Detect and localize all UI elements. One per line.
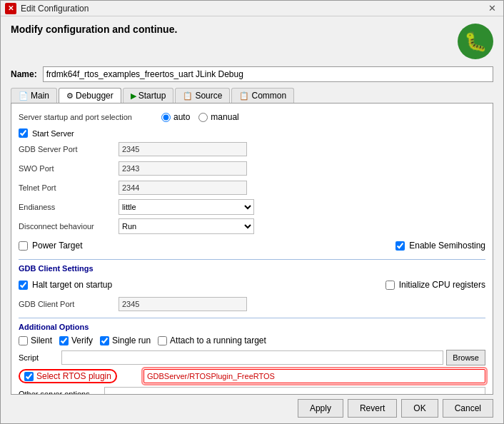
init-cpu-checkbox[interactable] [385,281,395,290]
common-tab-label: Common [251,91,286,101]
rtos-row: Select RTOS plugin [19,369,485,383]
rtos-label: Select RTOS plugin [36,371,111,381]
halt-target-label: Halt target on startup [32,280,112,290]
titlebar-left: ✕ Edit Configuration [5,3,89,14]
panel: Server startup and port selection auto m… [11,104,493,395]
rtos-input[interactable] [143,369,485,383]
disconnect-row: Disconnect behaviour Run Halt Reset [19,218,485,234]
gdb-client-port-label: GDB Client Port [19,300,119,308]
auto-radio[interactable] [161,113,171,122]
manual-radio-option[interactable]: manual [198,112,238,122]
rtos-checkbox-outline: Select RTOS plugin [19,369,117,383]
startup-radio-group: auto manual [161,112,239,122]
start-server-label: Start Server [32,129,74,138]
power-target-label: Power Target [32,241,82,251]
start-server-row: Start Server [19,128,485,138]
silent-checkbox[interactable] [19,336,28,345]
start-server-checkbox[interactable] [19,128,28,138]
revert-button[interactable]: Revert [348,399,397,418]
source-tab-label: Source [195,91,222,101]
gdb-server-port-input[interactable] [119,142,247,156]
tab-startup[interactable]: ▶ Startup [123,88,174,103]
tab-source[interactable]: 📋 Source [175,88,230,103]
auto-radio-option[interactable]: auto [161,112,190,122]
endianess-select[interactable]: little big [119,199,254,215]
rtos-checkbox[interactable] [24,372,34,381]
close-button[interactable]: ✕ [485,3,499,14]
additional-title: Additional Options [19,323,485,331]
common-tab-icon: 📋 [239,91,249,101]
name-input[interactable] [43,66,493,82]
other-server-input[interactable] [104,387,485,394]
edit-configuration-window: ✕ Edit Configuration ✕ Modify configurat… [0,0,504,424]
server-startup-row: Server startup and port selection auto m… [19,109,485,125]
panel-inner: Server startup and port selection auto m… [11,104,493,394]
server-startup-label: Server startup and port selection [19,113,161,121]
single-run-label: Single run [112,335,151,345]
main-tab-icon: 📄 [19,91,29,101]
swo-port-label: SWO Port [19,164,119,173]
endianess-row: Endianess little big [19,199,485,215]
tabs-container: 📄 Main ⚙ Debugger ▶ Startup 📋 Source 📋 C… [11,88,493,104]
single-run-checkbox[interactable] [100,336,109,345]
apply-button[interactable]: Apply [298,399,343,418]
manual-radio[interactable] [198,113,208,122]
cancel-button[interactable]: Cancel [443,399,493,418]
init-cpu-label: Initialize CPU registers [399,280,485,290]
verify-label: Verify [71,335,93,345]
name-row: Name: [11,66,493,82]
additional-section: Additional Options Silent Verify Sin [19,318,485,394]
rtos-label-area: Select RTOS plugin [19,369,143,383]
disconnect-label: Disconnect behaviour [19,222,119,231]
source-tab-icon: 📋 [183,91,193,101]
options-checkboxes-row: Silent Verify Single run Attach to [19,335,485,345]
dialog-header: Modify configuration and continue. [11,24,493,59]
verify-option[interactable]: Verify [59,335,93,345]
window-icon: ✕ [5,3,16,14]
disconnect-select[interactable]: Run Halt Reset [119,218,254,234]
other-server-label: Other server options [19,390,104,394]
auto-label: auto [173,112,190,122]
silent-option[interactable]: Silent [19,335,52,345]
script-input[interactable] [61,350,443,365]
verify-checkbox[interactable] [59,336,69,345]
single-run-option[interactable]: Single run [100,335,151,345]
gdb-server-port-label: GDB Server Port [19,145,119,153]
attach-checkbox[interactable] [158,336,167,345]
attach-label: Attach to a running target [170,335,266,345]
other-server-row: Other server options [19,387,485,394]
script-row: Script Browse [19,350,485,365]
startup-tab-label: Startup [138,91,166,101]
dialog-content: Modify configuration and continue. Name:… [1,16,503,423]
telnet-port-row: Telnet Port [19,180,485,196]
ok-button[interactable]: OK [401,399,438,418]
startup-tab-icon: ▶ [131,91,136,101]
swo-port-row: SWO Port [19,161,485,176]
swo-port-input[interactable] [119,161,247,176]
silent-label: Silent [31,335,52,345]
enable-semihosting-checkbox[interactable] [395,241,405,251]
tab-debugger[interactable]: ⚙ Debugger [59,88,121,103]
browse-button[interactable]: Browse [446,350,485,365]
attach-option[interactable]: Attach to a running target [158,335,266,345]
tab-common[interactable]: 📋 Common [231,88,294,103]
name-label: Name: [11,69,37,79]
bottom-buttons: Apply Revert OK Cancel [11,395,493,419]
dialog-title: Modify configuration and continue. [11,24,177,35]
power-target-row: Power Target Enable Semihosting [19,238,485,253]
gdb-section: GDB Client Settings Halt target on start… [19,259,485,312]
tab-main[interactable]: 📄 Main [11,88,57,103]
debugger-tab-label: Debugger [76,91,114,101]
manual-label: manual [211,112,238,122]
halt-target-checkbox[interactable] [19,281,28,290]
gdb-server-port-row: GDB Server Port [19,141,485,157]
telnet-port-label: Telnet Port [19,183,119,192]
telnet-port-input[interactable] [119,181,247,195]
endianess-label: Endianess [19,203,119,211]
gdb-client-port-input[interactable] [119,297,247,311]
bug-icon [458,24,493,59]
gdb-section-title: GDB Client Settings [19,264,485,273]
power-target-checkbox[interactable] [19,241,28,251]
main-tab-label: Main [31,91,49,101]
enable-semihosting-label: Enable Semihosting [409,241,485,251]
